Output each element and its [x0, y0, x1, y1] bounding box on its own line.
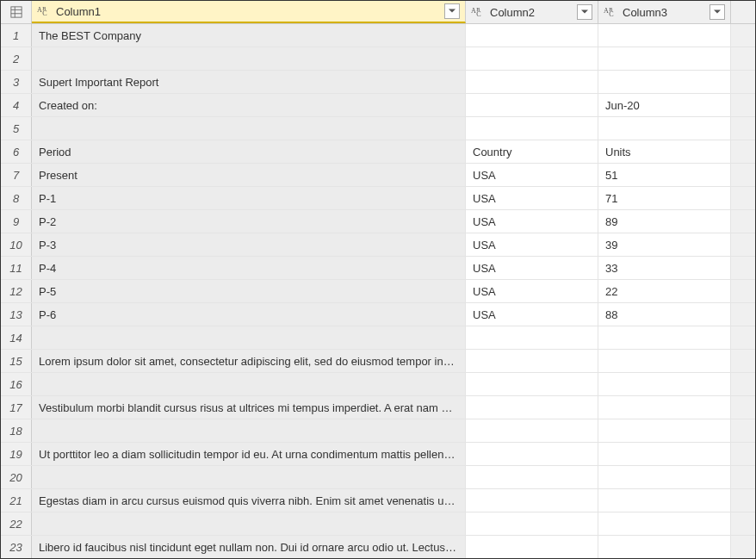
- cell[interactable]: P-3: [32, 233, 466, 256]
- cell[interactable]: 33: [598, 257, 731, 279]
- cell[interactable]: [32, 419, 466, 442]
- row-number[interactable]: 21: [1, 489, 32, 512]
- row-number[interactable]: 12: [1, 280, 32, 302]
- table-row[interactable]: 16: [1, 373, 755, 396]
- table-row[interactable]: 19Ut porttitor leo a diam sollicitudin t…: [1, 443, 755, 466]
- row-number[interactable]: 15: [1, 350, 32, 372]
- row-number[interactable]: 3: [1, 71, 32, 93]
- cell[interactable]: [466, 117, 598, 140]
- column-header-column3[interactable]: A C B Column3: [598, 1, 731, 23]
- row-number[interactable]: 20: [1, 466, 32, 488]
- cell[interactable]: Created on:: [32, 94, 466, 116]
- table-row[interactable]: 13P-6USA88: [1, 303, 755, 326]
- table-row[interactable]: 5: [1, 117, 755, 140]
- cell[interactable]: [466, 512, 598, 535]
- cell[interactable]: [466, 350, 598, 372]
- cell[interactable]: USA: [466, 257, 598, 279]
- cell[interactable]: [598, 350, 731, 372]
- cell[interactable]: [598, 396, 731, 419]
- cell[interactable]: [598, 71, 731, 93]
- cell[interactable]: 88: [598, 303, 731, 326]
- table-row[interactable]: 22: [1, 512, 755, 536]
- cell[interactable]: [466, 536, 598, 558]
- filter-dropdown-button[interactable]: [710, 4, 725, 20]
- cell[interactable]: Period: [32, 140, 466, 163]
- cell[interactable]: Jun-20: [598, 94, 731, 116]
- cell[interactable]: [466, 373, 598, 395]
- row-number[interactable]: 14: [1, 326, 32, 349]
- cell[interactable]: [598, 47, 731, 70]
- cell[interactable]: P-2: [32, 210, 466, 233]
- cell[interactable]: Supert Important Report: [32, 71, 466, 93]
- cell[interactable]: Present: [32, 164, 466, 186]
- select-all-corner[interactable]: [1, 1, 32, 23]
- table-row[interactable]: 14: [1, 326, 755, 350]
- table-row[interactable]: 9P-2USA89: [1, 210, 755, 233]
- cell[interactable]: [598, 326, 731, 349]
- cell[interactable]: [466, 443, 598, 465]
- cell[interactable]: P-5: [32, 280, 466, 302]
- row-number[interactable]: 4: [1, 94, 32, 116]
- cell[interactable]: Lorem ipsum dolor sit amet, consectetur …: [32, 350, 466, 372]
- table-row[interactable]: 23Libero id faucibus nisl tincidunt eget…: [1, 536, 755, 558]
- cell[interactable]: [598, 443, 731, 465]
- cell[interactable]: [466, 419, 598, 442]
- table-row[interactable]: 18: [1, 419, 755, 443]
- cell[interactable]: [598, 419, 731, 442]
- filter-dropdown-button[interactable]: [444, 3, 460, 19]
- cell[interactable]: [466, 47, 598, 70]
- row-number[interactable]: 2: [1, 47, 32, 70]
- cell[interactable]: 51: [598, 164, 731, 186]
- row-number[interactable]: 16: [1, 373, 32, 395]
- cell[interactable]: [32, 373, 466, 395]
- cell[interactable]: P-1: [32, 187, 466, 209]
- table-row[interactable]: 4Created on:Jun-20: [1, 94, 755, 117]
- cell[interactable]: The BEST Company: [32, 24, 466, 47]
- table-row[interactable]: 11P-4USA33: [1, 257, 755, 280]
- cell[interactable]: Country: [466, 140, 598, 163]
- cell[interactable]: Vestibulum morbi blandit cursus risus at…: [32, 396, 466, 419]
- cell[interactable]: [466, 71, 598, 93]
- row-number[interactable]: 1: [1, 24, 32, 47]
- cell[interactable]: USA: [466, 233, 598, 256]
- cell[interactable]: Ut porttitor leo a diam sollicitudin tem…: [32, 443, 466, 465]
- cell[interactable]: [598, 489, 731, 512]
- cell[interactable]: [466, 466, 598, 488]
- cell[interactable]: [598, 466, 731, 488]
- cell[interactable]: Libero id faucibus nisl tincidunt eget n…: [32, 536, 466, 558]
- cell[interactable]: [598, 24, 731, 47]
- row-number[interactable]: 10: [1, 233, 32, 256]
- cell[interactable]: 89: [598, 210, 731, 233]
- cell[interactable]: [32, 117, 466, 140]
- cell[interactable]: P-6: [32, 303, 466, 326]
- table-row[interactable]: 6PeriodCountryUnits: [1, 140, 755, 164]
- table-row[interactable]: 20: [1, 466, 755, 489]
- cell[interactable]: [598, 512, 731, 535]
- table-row[interactable]: 12P-5USA22: [1, 280, 755, 303]
- row-number[interactable]: 9: [1, 210, 32, 233]
- cell[interactable]: 22: [598, 280, 731, 302]
- cell[interactable]: [466, 326, 598, 349]
- cell[interactable]: P-4: [32, 257, 466, 279]
- cell[interactable]: [32, 512, 466, 535]
- cell[interactable]: [466, 24, 598, 47]
- row-number[interactable]: 23: [1, 536, 32, 558]
- filter-dropdown-button[interactable]: [577, 4, 592, 20]
- table-row[interactable]: 3Supert Important Report: [1, 71, 755, 94]
- row-number[interactable]: 8: [1, 187, 32, 209]
- cell[interactable]: [598, 117, 731, 140]
- row-number[interactable]: 6: [1, 140, 32, 163]
- cell[interactable]: 71: [598, 187, 731, 209]
- cell[interactable]: USA: [466, 164, 598, 186]
- cell[interactable]: [466, 489, 598, 512]
- cell[interactable]: [598, 536, 731, 558]
- table-row[interactable]: 15Lorem ipsum dolor sit amet, consectetu…: [1, 350, 755, 373]
- cell[interactable]: USA: [466, 303, 598, 326]
- cell[interactable]: Units: [598, 140, 731, 163]
- cell[interactable]: [466, 94, 598, 116]
- row-number[interactable]: 13: [1, 303, 32, 326]
- table-row[interactable]: 7PresentUSA51: [1, 164, 755, 187]
- cell[interactable]: USA: [466, 280, 598, 302]
- row-number[interactable]: 22: [1, 512, 32, 535]
- row-number[interactable]: 18: [1, 419, 32, 442]
